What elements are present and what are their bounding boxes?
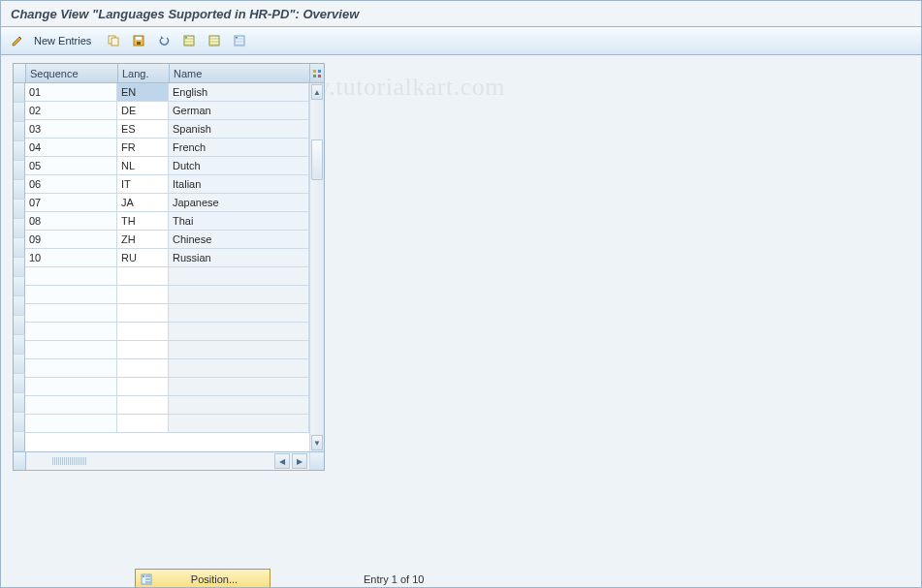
table-row[interactable] bbox=[25, 415, 309, 433]
table-row[interactable] bbox=[25, 286, 309, 304]
delimit-icon[interactable] bbox=[229, 30, 250, 51]
select-all-icon[interactable] bbox=[178, 30, 200, 51]
cell-sequence[interactable]: 06 bbox=[25, 175, 117, 194]
vscroll-thumb[interactable] bbox=[311, 139, 323, 180]
cell-name[interactable]: Japanese bbox=[169, 194, 309, 212]
row-selector[interactable] bbox=[14, 335, 25, 355]
table-row[interactable]: 07JAJapanese bbox=[25, 194, 309, 212]
cell-lang[interactable]: IT bbox=[117, 175, 169, 194]
row-selector[interactable] bbox=[14, 432, 25, 451]
row-selector[interactable] bbox=[14, 103, 25, 122]
cell-name[interactable] bbox=[169, 341, 309, 359]
cell-name[interactable] bbox=[169, 378, 309, 396]
cell-sequence[interactable] bbox=[25, 267, 117, 286]
table-settings-icon[interactable] bbox=[310, 64, 324, 83]
cell-sequence[interactable] bbox=[25, 323, 117, 341]
cell-lang[interactable]: RU bbox=[117, 249, 169, 267]
cell-lang[interactable] bbox=[117, 396, 169, 415]
table-row[interactable]: 06ITItalian bbox=[25, 175, 309, 194]
cell-lang[interactable]: TH bbox=[117, 212, 169, 231]
scroll-right-icon[interactable]: ▶ bbox=[292, 453, 307, 469]
scroll-left-icon[interactable]: ◀ bbox=[274, 453, 290, 469]
cell-lang[interactable]: ZH bbox=[117, 231, 169, 249]
cell-sequence[interactable] bbox=[25, 396, 117, 415]
column-header-lang[interactable]: Lang. bbox=[118, 64, 170, 83]
cell-sequence[interactable]: 05 bbox=[25, 157, 117, 175]
row-selector[interactable] bbox=[14, 258, 25, 277]
change-mode-icon[interactable] bbox=[7, 30, 28, 51]
row-selector[interactable] bbox=[14, 161, 25, 180]
cell-lang[interactable]: NL bbox=[117, 157, 169, 175]
row-selector[interactable] bbox=[14, 141, 25, 161]
cell-sequence[interactable]: 03 bbox=[25, 120, 117, 139]
row-selector[interactable] bbox=[14, 219, 25, 238]
cell-sequence[interactable]: 10 bbox=[25, 249, 117, 267]
cell-sequence[interactable] bbox=[25, 378, 117, 396]
cell-name[interactable]: Chinese bbox=[169, 231, 309, 249]
scroll-up-icon[interactable]: ▲ bbox=[311, 84, 323, 100]
cell-sequence[interactable] bbox=[25, 286, 117, 304]
table-row[interactable] bbox=[25, 378, 309, 396]
row-selector-header[interactable] bbox=[14, 64, 26, 83]
copy-icon[interactable] bbox=[103, 30, 124, 51]
vscroll-track[interactable] bbox=[311, 101, 323, 434]
cell-name[interactable]: German bbox=[169, 102, 309, 120]
column-header-name[interactable]: Name bbox=[170, 64, 310, 83]
cell-sequence[interactable]: 09 bbox=[25, 231, 117, 249]
horizontal-scrollbar[interactable]: ◀ ▶ bbox=[113, 452, 309, 470]
table-row[interactable]: 10RURussian bbox=[25, 249, 309, 267]
table-row[interactable]: 04FRFrench bbox=[25, 139, 309, 157]
row-selector[interactable] bbox=[14, 238, 25, 258]
row-selector[interactable] bbox=[14, 393, 25, 413]
table-row[interactable]: 02DEGerman bbox=[25, 102, 309, 120]
save-icon[interactable] bbox=[128, 30, 149, 51]
vertical-scrollbar[interactable]: ▲ ▼ bbox=[309, 83, 324, 451]
cell-sequence[interactable] bbox=[25, 341, 117, 359]
cell-lang[interactable] bbox=[117, 415, 169, 433]
deselect-all-icon[interactable] bbox=[204, 30, 225, 51]
cell-lang[interactable] bbox=[117, 323, 169, 341]
row-selector[interactable] bbox=[14, 413, 25, 432]
table-row[interactable]: 01ENEnglish bbox=[25, 83, 309, 102]
cell-sequence[interactable] bbox=[25, 359, 117, 378]
cell-name[interactable]: Dutch bbox=[169, 157, 309, 175]
table-row[interactable] bbox=[25, 359, 309, 378]
table-row[interactable]: 09ZHChinese bbox=[25, 231, 309, 249]
row-selector[interactable] bbox=[14, 180, 25, 200]
cell-name[interactable] bbox=[169, 286, 309, 304]
undo-icon[interactable] bbox=[153, 30, 175, 51]
cell-name[interactable] bbox=[169, 304, 309, 323]
cell-name[interactable] bbox=[169, 323, 309, 341]
cell-name[interactable] bbox=[169, 267, 309, 286]
row-selector[interactable] bbox=[14, 200, 25, 219]
column-resize-handle-icon[interactable] bbox=[52, 457, 87, 465]
cell-lang[interactable] bbox=[117, 359, 169, 378]
scroll-down-icon[interactable]: ▼ bbox=[311, 435, 323, 450]
cell-sequence[interactable]: 01 bbox=[25, 83, 117, 102]
cell-sequence[interactable]: 08 bbox=[25, 212, 117, 231]
cell-name[interactable]: Italian bbox=[169, 175, 309, 194]
cell-name[interactable]: French bbox=[169, 139, 309, 157]
cell-lang[interactable] bbox=[117, 286, 169, 304]
cell-lang[interactable] bbox=[117, 378, 169, 396]
row-selector[interactable] bbox=[14, 296, 25, 316]
table-row[interactable] bbox=[25, 323, 309, 341]
row-selector[interactable] bbox=[14, 83, 25, 103]
cell-sequence[interactable]: 04 bbox=[25, 139, 117, 157]
cell-name[interactable]: Thai bbox=[169, 212, 309, 231]
cell-sequence[interactable] bbox=[25, 415, 117, 433]
row-selector[interactable] bbox=[14, 316, 25, 335]
row-selector[interactable] bbox=[14, 355, 25, 374]
table-row[interactable] bbox=[25, 304, 309, 323]
cell-lang[interactable] bbox=[117, 267, 169, 286]
cell-lang[interactable]: DE bbox=[117, 102, 169, 120]
row-selector[interactable] bbox=[14, 277, 25, 296]
cell-name[interactable] bbox=[169, 396, 309, 415]
table-row[interactable] bbox=[25, 341, 309, 359]
cell-lang[interactable]: ES bbox=[117, 120, 169, 139]
table-row[interactable] bbox=[25, 396, 309, 415]
cell-name[interactable]: Spanish bbox=[169, 120, 309, 139]
cell-lang[interactable] bbox=[117, 341, 169, 359]
row-selector[interactable] bbox=[14, 374, 25, 393]
cell-sequence[interactable]: 07 bbox=[25, 194, 117, 212]
